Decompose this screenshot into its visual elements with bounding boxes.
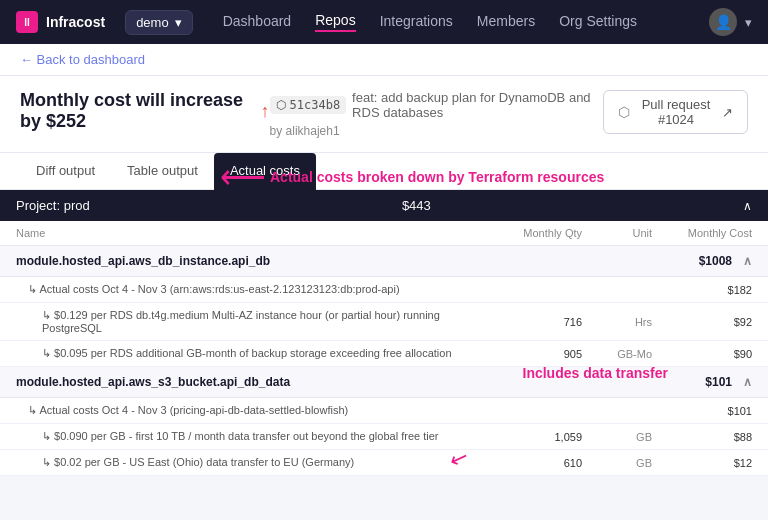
module1-actual-label: ↳ Actual costs Oct 4 - Nov 3 (arn:aws:rd… bbox=[28, 283, 652, 296]
nav-org-settings[interactable]: Org Settings bbox=[559, 13, 637, 31]
module2-chevron-icon[interactable]: ∧ bbox=[732, 375, 752, 389]
module2-detail-cost-1: $12 bbox=[652, 457, 752, 469]
col-header-cost: Monthly Cost bbox=[652, 227, 752, 239]
cost-increase-text: Monthly cost will increase by $252 bbox=[20, 90, 253, 132]
module1-detail-unit-1: GB-Mo bbox=[582, 348, 652, 360]
module1-detail-qty-1: 905 bbox=[492, 348, 582, 360]
nav-integrations[interactable]: Integrations bbox=[380, 13, 453, 31]
module1-detail-row-0: ↳ $0.129 per RDS db.t4g.medium Multi-AZ … bbox=[0, 303, 768, 341]
nav-right: 👤 ▾ bbox=[709, 8, 752, 36]
tabs-container: Diff output Table output Actual costs ⟵ … bbox=[0, 153, 768, 190]
module1-actual-value: $182 bbox=[652, 284, 752, 296]
cost-header: Monthly cost will increase by $252 ↑ ⬡ 5… bbox=[0, 76, 768, 153]
brand-name: Infracost bbox=[46, 14, 105, 30]
pr-button-label: Pull request #1024 bbox=[636, 97, 716, 127]
nav-members[interactable]: Members bbox=[477, 13, 535, 31]
tab-diff-output[interactable]: Diff output bbox=[20, 153, 111, 190]
nav-links: Dashboard Repos Integrations Members Org… bbox=[223, 12, 689, 32]
tab-annotation: ⟵ Actual costs broken down by Terraform … bbox=[220, 158, 604, 196]
module1-chevron-icon[interactable]: ∧ bbox=[732, 254, 752, 268]
chevron-down-icon: ▾ bbox=[175, 15, 182, 30]
pr-icon: ⬡ bbox=[618, 104, 630, 120]
commit-hash-badge: ⬡ 51c34b8 bbox=[270, 96, 347, 114]
module2-annotation-text: Includes data transfer bbox=[523, 365, 669, 381]
annotation-arrow-icon: ⟵ bbox=[220, 158, 266, 196]
increase-arrow-icon: ↑ bbox=[261, 101, 270, 122]
brand: II Infracost bbox=[16, 11, 105, 33]
module1-detail-row-1: ↳ $0.095 per RDS additional GB-month of … bbox=[0, 341, 768, 367]
org-name: demo bbox=[136, 15, 169, 30]
module2-detail-label-1: ↳ $0.02 per GB - US East (Ohio) data tra… bbox=[42, 456, 492, 469]
commit-hash-row: ⬡ 51c34b8 feat: add backup plan for Dyna… bbox=[270, 90, 603, 120]
module2-detail-row-0: ↳ $0.090 per GB - first 10 TB / month da… bbox=[0, 424, 768, 450]
module1-detail-label-0: ↳ $0.129 per RDS db.t4g.medium Multi-AZ … bbox=[42, 309, 492, 334]
col-header-qty: Monthly Qty bbox=[492, 227, 582, 239]
external-link-icon: ↗ bbox=[722, 105, 733, 120]
commit-author: by alikhajeh1 bbox=[270, 124, 603, 138]
annotation-text: Actual costs broken down by Terraform re… bbox=[270, 169, 604, 185]
module2-detail-qty-1: 610 bbox=[492, 457, 582, 469]
brand-icon: II bbox=[16, 11, 38, 33]
module2-detail-row-1: ↳ $0.02 per GB - US East (Ohio) data tra… bbox=[0, 450, 768, 476]
nav-dashboard[interactable]: Dashboard bbox=[223, 13, 292, 31]
module1-name: module.hosted_api.aws_db_instance.api_db bbox=[16, 254, 632, 268]
module1-detail-label-1: ↳ $0.095 per RDS additional GB-month of … bbox=[42, 347, 492, 360]
module1-actual-cost-row: ↳ Actual costs Oct 4 - Nov 3 (arn:aws:rd… bbox=[0, 277, 768, 303]
main-content: Monthly cost will increase by $252 ↑ ⬡ 5… bbox=[0, 76, 768, 476]
project-label: Project: prod bbox=[16, 198, 90, 213]
module2-annotation: Includes data transfer bbox=[523, 365, 669, 381]
module2-detail-label-0: ↳ $0.090 per GB - first 10 TB / month da… bbox=[42, 430, 492, 443]
module2-detail-row-0-container: ↳ $0.090 per GB - first 10 TB / month da… bbox=[0, 424, 768, 450]
module1-detail-cost-0: $92 bbox=[652, 316, 752, 328]
tabs-bar: Diff output Table output Actual costs ⟵ … bbox=[0, 153, 768, 190]
org-selector[interactable]: demo ▾ bbox=[125, 10, 193, 35]
module1-cost: $1008 bbox=[632, 254, 732, 268]
git-icon: ⬡ bbox=[276, 98, 286, 112]
module2-actual-cost-row: ↳ Actual costs Oct 4 - Nov 3 (pricing-ap… bbox=[0, 398, 768, 424]
commit-hash-value: 51c34b8 bbox=[290, 98, 341, 112]
breadcrumb[interactable]: ← Back to dashboard bbox=[20, 52, 748, 67]
module2-detail-unit-0: GB bbox=[582, 431, 652, 443]
nav-repos[interactable]: Repos bbox=[315, 12, 355, 32]
module2-detail-cost-0: $88 bbox=[652, 431, 752, 443]
chevron-down-icon: ▾ bbox=[745, 15, 752, 30]
commit-message: feat: add backup plan for DynamoDB and R… bbox=[352, 90, 603, 120]
avatar[interactable]: 👤 bbox=[709, 8, 737, 36]
pr-button[interactable]: ⬡ Pull request #1024 ↗ bbox=[603, 90, 748, 134]
top-navbar: II Infracost demo ▾ Dashboard Repos Inte… bbox=[0, 0, 768, 44]
module1-detail-unit-0: Hrs bbox=[582, 316, 652, 328]
col-header-unit: Unit bbox=[582, 227, 652, 239]
project-chevron-button[interactable]: ∧ bbox=[743, 199, 752, 213]
module2-detail-unit-1: GB bbox=[582, 457, 652, 469]
module2-detail-qty-0: 1,059 bbox=[492, 431, 582, 443]
breadcrumb-bar: ← Back to dashboard bbox=[0, 44, 768, 76]
project-cost: $443 bbox=[402, 198, 431, 213]
commit-info: ⬡ 51c34b8 feat: add backup plan for Dyna… bbox=[270, 90, 603, 138]
module2-actual-value: $101 bbox=[652, 405, 752, 417]
module1-row: module.hosted_api.aws_db_instance.api_db… bbox=[0, 246, 768, 277]
module2-actual-label: ↳ Actual costs Oct 4 - Nov 3 (pricing-ap… bbox=[28, 404, 652, 417]
module2-container: module.hosted_api.aws_s3_bucket.api_db_d… bbox=[0, 367, 768, 398]
col-header-name: Name bbox=[16, 227, 492, 239]
column-headers: Name Monthly Qty Unit Monthly Cost bbox=[0, 221, 768, 246]
module1-detail-qty-0: 716 bbox=[492, 316, 582, 328]
tab-table-output[interactable]: Table output bbox=[111, 153, 214, 190]
cost-title: Monthly cost will increase by $252 ↑ bbox=[20, 90, 270, 132]
module1-detail-cost-1: $90 bbox=[652, 348, 752, 360]
